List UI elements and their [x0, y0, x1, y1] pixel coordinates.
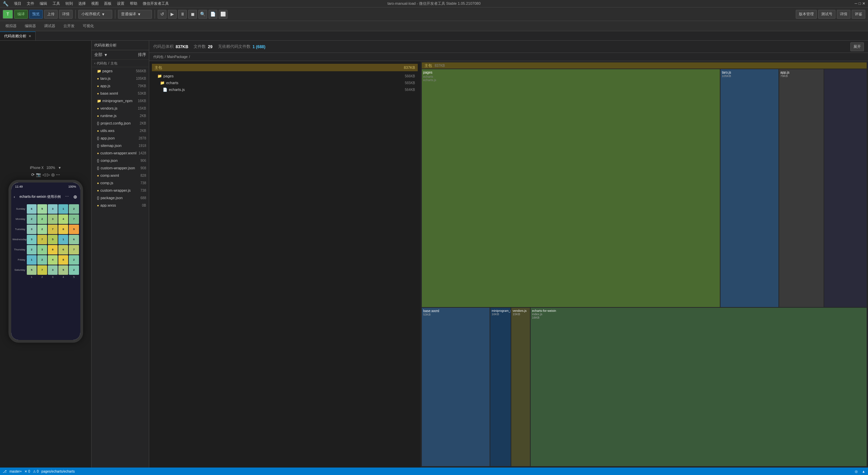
heatmap-cell[interactable]: 2 — [37, 225, 47, 234]
list-item[interactable]: ●custom-wrapper.wxml1428 — [92, 149, 149, 157]
menu-wechat-devtools[interactable]: 微信开发者工具 — [143, 1, 169, 6]
treemap-app-js[interactable]: app.js 79KB — [779, 69, 824, 307]
heatmap-cell[interactable]: 2 — [69, 265, 79, 275]
tree-item-echarts[interactable]: 📁 echarts 565KB — [152, 79, 418, 86]
refresh-btn[interactable]: ↺ — [158, 10, 166, 19]
menu-goto[interactable]: 转到 — [65, 1, 73, 6]
treemap-vendors-js[interactable]: vendors.js 15KB — [511, 308, 530, 466]
list-item[interactable]: {}package.json688 — [92, 194, 149, 202]
pause-btn[interactable]: ⏸ — [178, 10, 187, 19]
heatmap-cell[interactable]: 4 — [48, 255, 58, 265]
search-btn[interactable]: 🔍 — [198, 10, 207, 19]
heatmap-cell[interactable]: 3 — [27, 235, 37, 244]
menu-edit[interactable]: 编辑 — [40, 1, 47, 6]
list-item[interactable]: ●comp.js738 — [92, 179, 149, 187]
list-item[interactable]: 📁miniprogram_npm16KB — [92, 97, 149, 104]
treemap-taro-js[interactable]: taro.js 105KB — [721, 69, 778, 307]
heatmap-cell[interactable]: 2 — [69, 255, 79, 265]
list-item[interactable]: {}comp.json906 — [92, 157, 149, 164]
heatmap-cell[interactable]: 6 — [58, 245, 68, 254]
menu-file[interactable]: 文件 — [27, 1, 34, 6]
heatmap-cell[interactable]: 3 — [37, 245, 47, 254]
list-item[interactable]: {}project.config.json2KB — [92, 119, 149, 127]
heatmap-cell[interactable]: 6 — [69, 235, 79, 244]
list-item[interactable]: ●comp.wxml828 — [92, 172, 149, 179]
tab-dependency-analysis[interactable]: 代码依赖分析 ✕ — [0, 32, 36, 40]
status-icon-2[interactable]: ▲ — [862, 470, 865, 473]
tab-close-btn[interactable]: ✕ — [28, 34, 31, 38]
status-icon-1[interactable]: ◎ — [855, 470, 858, 473]
heatmap-cell[interactable]: 2 — [37, 255, 47, 265]
heatmap-cell[interactable]: 8 — [48, 245, 58, 254]
breadcrumb-codepkg[interactable]: 代码包 — [153, 55, 163, 59]
list-item[interactable]: {}sitemap.json1918 — [92, 142, 149, 149]
preview-btn[interactable]: 预览 — [29, 10, 43, 19]
sort-label[interactable]: 排序 — [138, 52, 146, 58]
more-icon[interactable]: ⋯ — [56, 172, 60, 177]
list-item[interactable]: {}custom-wrapper.json908 — [92, 164, 149, 172]
treemap-pages[interactable]: pages echarts echarts.js — [422, 69, 720, 307]
debugger-btn[interactable]: 调试器 — [41, 22, 58, 30]
compile-select[interactable]: 普通编译 ▼ — [118, 10, 152, 19]
page-btn[interactable]: 📄 — [209, 10, 217, 19]
visual-btn[interactable]: 可视化 — [80, 22, 97, 30]
qr-btn[interactable]: ⬜ — [219, 10, 228, 19]
menu-help[interactable]: 帮助 — [130, 1, 137, 6]
test-btn[interactable]: 测试号 — [818, 10, 835, 19]
heatmap-cell[interactable]: 2 — [27, 214, 37, 224]
list-item[interactable]: {}app.json2878 — [92, 134, 149, 142]
list-item[interactable]: ●vendors.js15KB — [92, 104, 149, 112]
simulator-btn[interactable]: 模拟器 — [3, 22, 19, 30]
menu-panel[interactable]: 面板 — [104, 1, 112, 6]
bc-codepkg[interactable]: 代码包 — [97, 61, 107, 66]
tree-item-pages[interactable]: 📁 pages 566KB — [152, 73, 418, 79]
heatmap-cell[interactable]: 5 — [27, 265, 37, 275]
list-item[interactable]: ●app.js79KB — [92, 82, 149, 90]
build-btn[interactable]: 编译 — [14, 10, 28, 19]
stop-btn[interactable]: ◼ — [188, 10, 197, 19]
heatmap-cell[interactable]: 1 — [58, 204, 68, 214]
heatmap-cell[interactable]: 4 — [58, 214, 68, 224]
heatmap-cell[interactable]: 3 — [48, 204, 58, 214]
heatmap-cell[interactable]: 5 — [37, 204, 47, 214]
list-item[interactable]: ●taro.js105KB — [92, 75, 149, 82]
menu-tool[interactable]: 工具 — [53, 1, 60, 6]
phone-back-btn[interactable]: ‹ — [14, 195, 15, 199]
breadcrumb-mainpkg[interactable]: MainPackage — [167, 55, 188, 59]
play-btn[interactable]: ▶ — [168, 10, 177, 19]
treemap-base-wxml[interactable]: base.wxml 53KB — [422, 308, 490, 466]
list-item[interactable]: ●app.wxss0B — [92, 202, 149, 209]
back-icon[interactable]: ◁ — [42, 172, 45, 177]
heatmap-cell[interactable]: 5 — [48, 235, 58, 244]
heatmap-cell[interactable]: 3 — [27, 225, 37, 234]
bc-mainpkg[interactable]: 主包 — [111, 61, 117, 66]
home-icon[interactable]: ◎ — [51, 172, 55, 177]
window-minimize[interactable]: ─ — [855, 1, 857, 6]
upload-btn[interactable]: 上传 — [44, 10, 58, 19]
heatmap-cell[interactable]: 7 — [37, 235, 47, 244]
list-item[interactable]: ●utils.wxs2KB — [92, 127, 149, 134]
detail-btn[interactable]: 详情 — [59, 10, 73, 19]
heatmap-cell[interactable]: 7 — [37, 265, 47, 275]
detail-right-btn[interactable]: 详情 — [837, 10, 850, 19]
screenshot-icon[interactable]: 📷 — [36, 172, 41, 177]
heatmap-cell[interactable]: 7 — [69, 214, 79, 224]
version-mgmt-btn[interactable]: 版本管理 — [796, 10, 817, 19]
treemap-echarts-for-weixin[interactable]: echarts-for-weixin index.js 16KB — [531, 308, 867, 466]
tree-item-echarts-js[interactable]: 📄 echarts.js 564KB — [152, 86, 418, 93]
heatmap-cell[interactable]: 9 — [69, 225, 79, 234]
heatmap-cell[interactable]: 6 — [27, 204, 37, 214]
window-close[interactable]: ✕ — [862, 1, 865, 6]
export-btn[interactable]: 展开 — [850, 42, 864, 51]
heatmap-cell[interactable]: 2 — [37, 214, 47, 224]
window-maximize[interactable]: □ — [859, 1, 861, 6]
menu-select[interactable]: 选择 — [78, 1, 86, 6]
heatmap-cell[interactable]: 2 — [27, 245, 37, 254]
rotate-icon[interactable]: ⟳ — [31, 172, 35, 177]
mode-select[interactable]: 小程序模式 ▼ — [78, 10, 112, 19]
phone-menu-dots[interactable]: ⋯ — [65, 194, 69, 199]
list-item[interactable]: ●custom-wrapper.js738 — [92, 187, 149, 194]
editor-btn[interactable]: 编辑器 — [22, 22, 39, 30]
heatmap-cell[interactable]: 5 — [58, 265, 68, 275]
heatmap-cell[interactable]: 7 — [69, 245, 79, 254]
